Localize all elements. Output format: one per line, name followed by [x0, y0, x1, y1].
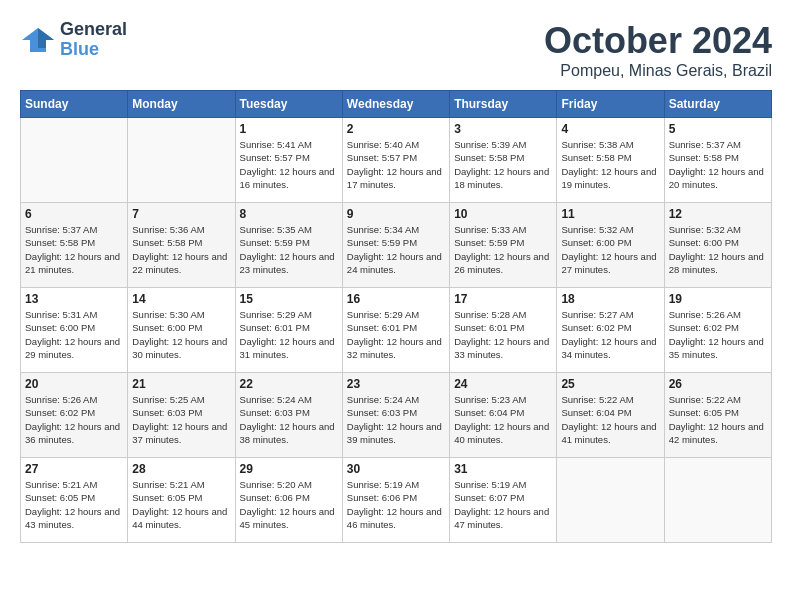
day-detail: Sunrise: 5:33 AMSunset: 5:59 PMDaylight:…: [454, 223, 552, 276]
week-row-4: 20Sunrise: 5:26 AMSunset: 6:02 PMDayligh…: [21, 373, 772, 458]
day-cell: 26Sunrise: 5:22 AMSunset: 6:05 PMDayligh…: [664, 373, 771, 458]
day-cell: 25Sunrise: 5:22 AMSunset: 6:04 PMDayligh…: [557, 373, 664, 458]
day-detail: Sunrise: 5:29 AMSunset: 6:01 PMDaylight:…: [240, 308, 338, 361]
weekday-header-sunday: Sunday: [21, 91, 128, 118]
day-number: 3: [454, 122, 552, 136]
day-number: 5: [669, 122, 767, 136]
day-detail: Sunrise: 5:19 AMSunset: 6:07 PMDaylight:…: [454, 478, 552, 531]
day-detail: Sunrise: 5:30 AMSunset: 6:00 PMDaylight:…: [132, 308, 230, 361]
day-number: 27: [25, 462, 123, 476]
day-cell: 13Sunrise: 5:31 AMSunset: 6:00 PMDayligh…: [21, 288, 128, 373]
day-detail: Sunrise: 5:28 AMSunset: 6:01 PMDaylight:…: [454, 308, 552, 361]
day-cell: 5Sunrise: 5:37 AMSunset: 5:58 PMDaylight…: [664, 118, 771, 203]
day-number: 16: [347, 292, 445, 306]
weekday-header-tuesday: Tuesday: [235, 91, 342, 118]
day-detail: Sunrise: 5:22 AMSunset: 6:04 PMDaylight:…: [561, 393, 659, 446]
day-number: 13: [25, 292, 123, 306]
day-cell: [21, 118, 128, 203]
weekday-header-row: SundayMondayTuesdayWednesdayThursdayFrid…: [21, 91, 772, 118]
day-detail: Sunrise: 5:31 AMSunset: 6:00 PMDaylight:…: [25, 308, 123, 361]
day-detail: Sunrise: 5:24 AMSunset: 6:03 PMDaylight:…: [240, 393, 338, 446]
day-cell: 4Sunrise: 5:38 AMSunset: 5:58 PMDaylight…: [557, 118, 664, 203]
day-number: 20: [25, 377, 123, 391]
day-cell: 21Sunrise: 5:25 AMSunset: 6:03 PMDayligh…: [128, 373, 235, 458]
day-detail: Sunrise: 5:39 AMSunset: 5:58 PMDaylight:…: [454, 138, 552, 191]
day-number: 15: [240, 292, 338, 306]
page-header: General Blue October 2024 Pompeu, Minas …: [20, 20, 772, 80]
day-cell: 9Sunrise: 5:34 AMSunset: 5:59 PMDaylight…: [342, 203, 449, 288]
day-number: 19: [669, 292, 767, 306]
day-detail: Sunrise: 5:38 AMSunset: 5:58 PMDaylight:…: [561, 138, 659, 191]
weekday-header-saturday: Saturday: [664, 91, 771, 118]
calendar-table: SundayMondayTuesdayWednesdayThursdayFrid…: [20, 90, 772, 543]
week-row-1: 1Sunrise: 5:41 AMSunset: 5:57 PMDaylight…: [21, 118, 772, 203]
day-detail: Sunrise: 5:21 AMSunset: 6:05 PMDaylight:…: [25, 478, 123, 531]
day-number: 10: [454, 207, 552, 221]
week-row-5: 27Sunrise: 5:21 AMSunset: 6:05 PMDayligh…: [21, 458, 772, 543]
day-detail: Sunrise: 5:22 AMSunset: 6:05 PMDaylight:…: [669, 393, 767, 446]
day-number: 6: [25, 207, 123, 221]
day-number: 29: [240, 462, 338, 476]
day-cell: 16Sunrise: 5:29 AMSunset: 6:01 PMDayligh…: [342, 288, 449, 373]
week-row-2: 6Sunrise: 5:37 AMSunset: 5:58 PMDaylight…: [21, 203, 772, 288]
day-cell: 29Sunrise: 5:20 AMSunset: 6:06 PMDayligh…: [235, 458, 342, 543]
day-number: 24: [454, 377, 552, 391]
month-title: October 2024: [544, 20, 772, 62]
day-cell: 2Sunrise: 5:40 AMSunset: 5:57 PMDaylight…: [342, 118, 449, 203]
day-detail: Sunrise: 5:29 AMSunset: 6:01 PMDaylight:…: [347, 308, 445, 361]
day-number: 8: [240, 207, 338, 221]
day-cell: 24Sunrise: 5:23 AMSunset: 6:04 PMDayligh…: [450, 373, 557, 458]
day-number: 30: [347, 462, 445, 476]
day-detail: Sunrise: 5:23 AMSunset: 6:04 PMDaylight:…: [454, 393, 552, 446]
day-detail: Sunrise: 5:24 AMSunset: 6:03 PMDaylight:…: [347, 393, 445, 446]
logo-icon: [20, 26, 56, 54]
logo: General Blue: [20, 20, 127, 60]
day-cell: 12Sunrise: 5:32 AMSunset: 6:00 PMDayligh…: [664, 203, 771, 288]
day-cell: 14Sunrise: 5:30 AMSunset: 6:00 PMDayligh…: [128, 288, 235, 373]
weekday-header-monday: Monday: [128, 91, 235, 118]
logo-text: General Blue: [60, 20, 127, 60]
day-number: 1: [240, 122, 338, 136]
day-number: 14: [132, 292, 230, 306]
day-detail: Sunrise: 5:40 AMSunset: 5:57 PMDaylight:…: [347, 138, 445, 191]
day-detail: Sunrise: 5:20 AMSunset: 6:06 PMDaylight:…: [240, 478, 338, 531]
day-detail: Sunrise: 5:37 AMSunset: 5:58 PMDaylight:…: [25, 223, 123, 276]
day-number: 28: [132, 462, 230, 476]
title-block: October 2024 Pompeu, Minas Gerais, Brazi…: [544, 20, 772, 80]
day-number: 23: [347, 377, 445, 391]
day-number: 18: [561, 292, 659, 306]
day-detail: Sunrise: 5:32 AMSunset: 6:00 PMDaylight:…: [561, 223, 659, 276]
day-cell: 30Sunrise: 5:19 AMSunset: 6:06 PMDayligh…: [342, 458, 449, 543]
day-cell: [557, 458, 664, 543]
location-title: Pompeu, Minas Gerais, Brazil: [544, 62, 772, 80]
svg-marker-1: [38, 28, 54, 48]
day-detail: Sunrise: 5:19 AMSunset: 6:06 PMDaylight:…: [347, 478, 445, 531]
day-cell: 15Sunrise: 5:29 AMSunset: 6:01 PMDayligh…: [235, 288, 342, 373]
day-cell: 20Sunrise: 5:26 AMSunset: 6:02 PMDayligh…: [21, 373, 128, 458]
day-cell: 31Sunrise: 5:19 AMSunset: 6:07 PMDayligh…: [450, 458, 557, 543]
day-detail: Sunrise: 5:26 AMSunset: 6:02 PMDaylight:…: [669, 308, 767, 361]
day-detail: Sunrise: 5:37 AMSunset: 5:58 PMDaylight:…: [669, 138, 767, 191]
day-number: 25: [561, 377, 659, 391]
day-number: 22: [240, 377, 338, 391]
day-cell: 18Sunrise: 5:27 AMSunset: 6:02 PMDayligh…: [557, 288, 664, 373]
weekday-header-thursday: Thursday: [450, 91, 557, 118]
day-cell: 8Sunrise: 5:35 AMSunset: 5:59 PMDaylight…: [235, 203, 342, 288]
day-detail: Sunrise: 5:35 AMSunset: 5:59 PMDaylight:…: [240, 223, 338, 276]
day-cell: 22Sunrise: 5:24 AMSunset: 6:03 PMDayligh…: [235, 373, 342, 458]
day-number: 7: [132, 207, 230, 221]
day-detail: Sunrise: 5:34 AMSunset: 5:59 PMDaylight:…: [347, 223, 445, 276]
day-cell: 28Sunrise: 5:21 AMSunset: 6:05 PMDayligh…: [128, 458, 235, 543]
day-cell: 19Sunrise: 5:26 AMSunset: 6:02 PMDayligh…: [664, 288, 771, 373]
day-cell: 3Sunrise: 5:39 AMSunset: 5:58 PMDaylight…: [450, 118, 557, 203]
day-number: 9: [347, 207, 445, 221]
day-number: 21: [132, 377, 230, 391]
day-detail: Sunrise: 5:21 AMSunset: 6:05 PMDaylight:…: [132, 478, 230, 531]
day-detail: Sunrise: 5:36 AMSunset: 5:58 PMDaylight:…: [132, 223, 230, 276]
day-cell: 11Sunrise: 5:32 AMSunset: 6:00 PMDayligh…: [557, 203, 664, 288]
day-number: 2: [347, 122, 445, 136]
day-detail: Sunrise: 5:26 AMSunset: 6:02 PMDaylight:…: [25, 393, 123, 446]
day-cell: 1Sunrise: 5:41 AMSunset: 5:57 PMDaylight…: [235, 118, 342, 203]
week-row-3: 13Sunrise: 5:31 AMSunset: 6:00 PMDayligh…: [21, 288, 772, 373]
day-number: 12: [669, 207, 767, 221]
